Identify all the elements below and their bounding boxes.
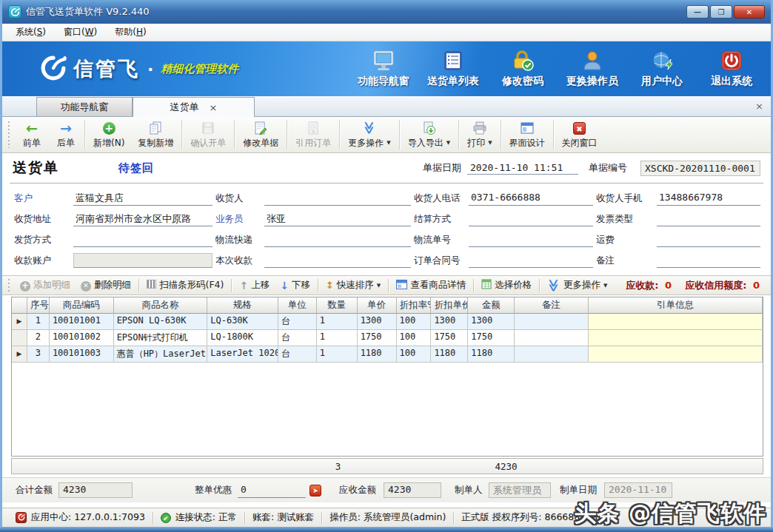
invoice-type-field[interactable] (657, 212, 760, 226)
table-row[interactable]: ▶3100101003惠普（HP）LaserJetLaserJet 1020台1… (12, 346, 763, 363)
close-button[interactable]: ✕ (734, 5, 765, 18)
whole-discount-field[interactable]: 0 (238, 483, 306, 498)
remarks-field[interactable] (657, 253, 760, 268)
menu-item-1[interactable]: 窗口(W) (55, 24, 106, 41)
cell-1-1[interactable]: 100101002 (50, 330, 114, 346)
detail-button-1[interactable]: ✕删除明细 (76, 277, 136, 293)
logistics-express-field[interactable] (264, 232, 411, 247)
detail-button-7[interactable]: 选择价格 (476, 277, 537, 293)
salesman-field[interactable]: 张亚 (264, 212, 411, 226)
cell-2-3[interactable]: LaserJet 1020 (207, 346, 278, 363)
current-collection-field[interactable] (264, 253, 411, 268)
consignee-phone-field[interactable]: 0371-6666888 (469, 191, 593, 206)
banner-tool-3[interactable]: 更换操作员 (560, 50, 624, 88)
cell-1-7[interactable]: 100 (397, 330, 432, 346)
logistics-no-field[interactable] (469, 232, 593, 247)
cell-0-8[interactable]: 1300 (431, 314, 468, 330)
cell-2-0[interactable]: 3 (27, 346, 50, 363)
column-header-5[interactable]: 数量 (317, 297, 358, 314)
tab-0[interactable]: 功能导航窗 (36, 97, 133, 116)
cell-2-6[interactable]: 1180 (358, 346, 397, 363)
cell-0-5[interactable]: 1 (317, 314, 358, 330)
column-header-1[interactable]: 商品编码 (50, 297, 114, 314)
cell-1-8[interactable]: 1750 (431, 330, 468, 346)
toolbar-button-3[interactable]: 复制新增 (131, 119, 180, 151)
column-header-9[interactable]: 金额 (468, 297, 515, 314)
order-contract-no-field[interactable] (469, 253, 593, 268)
column-header-7[interactable]: 折扣率% (397, 297, 432, 314)
shipping-method-field[interactable] (73, 232, 213, 247)
toolbar-button-1[interactable]: →后单 (49, 119, 83, 151)
cell-0-0[interactable]: 1 (27, 314, 50, 330)
cell-1-10[interactable] (515, 330, 589, 346)
cell-1-9[interactable]: 1750 (468, 330, 515, 346)
toolbar-button-9[interactable]: 打印▼ (461, 119, 498, 151)
tab-1[interactable]: 送货单× (133, 97, 255, 117)
toolbar-button-11[interactable]: ✖关闭窗口 (555, 119, 604, 151)
table-row[interactable]: 2100101002EPSON针式打印机LQ-1800K台11750100175… (12, 330, 763, 346)
cell-0-3[interactable]: LQ-630K (207, 314, 278, 330)
detail-button-8[interactable]: ≫更多操作▼ (542, 277, 612, 294)
banner-tool-1[interactable]: 送货单列表 (421, 50, 485, 88)
toolbar-button-2[interactable]: +新增(N) (87, 119, 131, 151)
menu-item-0[interactable]: 系统(S) (7, 24, 55, 41)
consignee-field[interactable] (264, 191, 411, 206)
banner-tool-5[interactable]: 退出系统 (700, 50, 763, 88)
cell-0-6[interactable]: 1300 (358, 314, 397, 330)
column-header-8[interactable]: 折扣单价 (431, 297, 468, 314)
settlement-method-field[interactable] (469, 212, 593, 226)
cell-2-11[interactable] (589, 346, 763, 363)
cell-2-10[interactable] (515, 346, 589, 363)
banner-tool-2[interactable]: 修改密码 (491, 50, 555, 88)
cell-2-1[interactable]: 100101003 (50, 346, 114, 363)
cell-0-11[interactable] (589, 314, 763, 330)
menu-item-2[interactable]: 帮助(H) (106, 24, 155, 41)
cell-1-4[interactable]: 台 (278, 330, 317, 346)
cell-2-9[interactable]: 1180 (468, 346, 515, 363)
column-header-4[interactable]: 单位 (278, 297, 317, 314)
cell-1-0[interactable]: 2 (27, 330, 50, 346)
cell-0-1[interactable]: 100101001 (50, 314, 114, 330)
apply-discount-button[interactable]: ➤ (309, 485, 321, 496)
banner-tool-0[interactable]: 功能导航窗 (352, 50, 415, 88)
cell-0-4[interactable]: 台 (278, 314, 317, 330)
cell-2-5[interactable]: 1 (317, 346, 358, 363)
cell-0-2[interactable]: EPSON LQ-630K (114, 314, 208, 330)
cell-1-6[interactable]: 1750 (358, 330, 397, 346)
cell-0-10[interactable] (515, 314, 589, 330)
column-header-11[interactable]: 引单信息 (589, 297, 763, 314)
toolbar-button-8[interactable]: 导入导出▼ (401, 119, 457, 151)
toolbar-button-5[interactable]: 修改单据 (236, 119, 285, 151)
column-header-0[interactable]: 序号 (27, 297, 50, 314)
delivery-address-field[interactable]: 河南省郑州市金水区中原路 (73, 212, 213, 226)
customer-field[interactable]: 蓝猫文具店 (73, 191, 213, 206)
doc-date-field[interactable]: 2020-11-10 11:51 (467, 161, 578, 175)
column-header-6[interactable]: 单价 (358, 297, 397, 314)
table-row[interactable]: ▶1100101001EPSON LQ-630KLQ-630K台11300100… (12, 314, 763, 330)
cell-1-5[interactable]: 1 (317, 330, 358, 346)
toolbar-button-0[interactable]: ←前单 (15, 119, 49, 151)
tab-close-icon[interactable]: × (210, 102, 218, 113)
cell-2-2[interactable]: 惠普（HP）LaserJet (114, 346, 208, 363)
cell-0-9[interactable]: 1300 (468, 314, 515, 330)
tabstrip-close-icon[interactable]: × (755, 101, 763, 112)
freight-field[interactable] (657, 232, 760, 247)
cell-0-7[interactable]: 100 (397, 314, 432, 330)
consignee-mobile-field[interactable]: 13488667978 (657, 191, 760, 206)
cell-2-4[interactable]: 台 (278, 346, 317, 363)
banner-tool-4[interactable]: 用户中心 (630, 50, 694, 88)
detail-button-3[interactable]: ↑上移 (234, 277, 275, 293)
detail-button-5[interactable]: ↕快速排序▼ (321, 277, 386, 293)
cell-2-7[interactable]: 100 (397, 346, 432, 363)
cell-1-2[interactable]: EPSON针式打印机 (114, 330, 208, 346)
detail-button-6[interactable]: 查看商品详情 (391, 277, 471, 293)
column-header-2[interactable]: 商品名称 (114, 297, 208, 314)
detail-button-2[interactable]: 扫描条形码(F4) (141, 277, 229, 293)
column-header-3[interactable]: 规格 (207, 297, 278, 314)
column-header-10[interactable]: 备注 (515, 297, 589, 314)
detail-button-4[interactable]: ↓下移 (275, 277, 315, 293)
cell-1-3[interactable]: LQ-1800K (207, 330, 278, 346)
cell-2-8[interactable]: 1180 (431, 346, 468, 363)
cell-1-11[interactable] (589, 330, 763, 346)
toolbar-button-7[interactable]: ≫更多操作▼ (341, 119, 397, 151)
